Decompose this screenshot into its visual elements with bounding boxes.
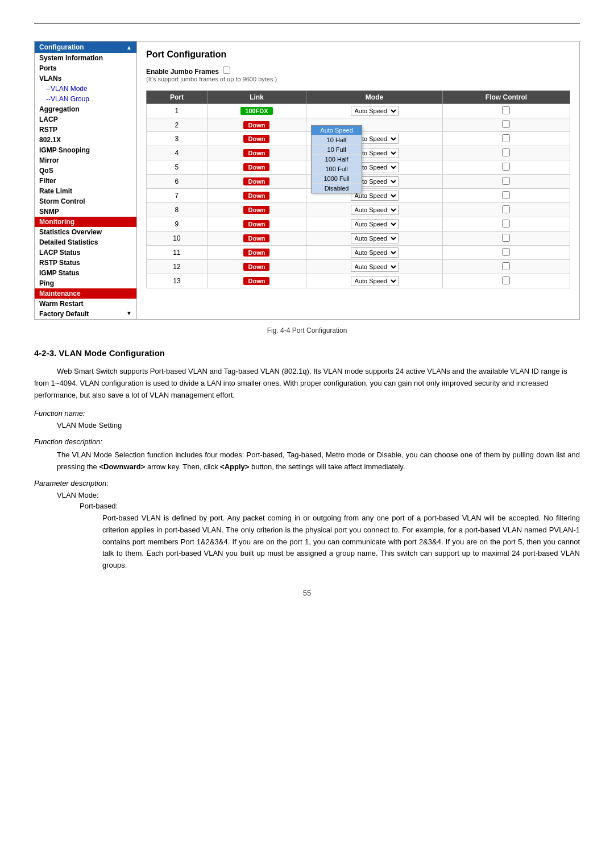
- sidebar-item-aggregation[interactable]: Aggregation: [35, 104, 136, 114]
- flow-control-cell[interactable]: [442, 118, 570, 132]
- flow-control-cell[interactable]: [442, 175, 570, 189]
- sidebar-item-ports[interactable]: Ports: [35, 63, 136, 73]
- flow-control-cell[interactable]: [442, 104, 570, 118]
- mode-select[interactable]: Auto Speed10 Half10 Full100 Half100 Full…: [351, 276, 399, 286]
- dropdown-option[interactable]: 10 Full: [312, 145, 362, 155]
- dropdown-option[interactable]: 1000 Full: [312, 174, 362, 184]
- sidebar-item-lacp[interactable]: LACP: [35, 114, 136, 125]
- sidebar-item-statistics-overview[interactable]: Statistics Overview: [35, 227, 136, 237]
- flow-control-cell[interactable]: [442, 217, 570, 232]
- flow-control-checkbox[interactable]: [502, 163, 510, 171]
- flow-control-checkbox[interactable]: [502, 248, 510, 256]
- sidebar-section-maintenance: Maintenance: [35, 288, 136, 299]
- sidebar-item-vlans[interactable]: VLANs: [35, 73, 136, 84]
- col-header-port: Port: [147, 91, 208, 104]
- link-status-cell: Down: [207, 146, 306, 160]
- flow-control-cell[interactable]: [442, 260, 570, 274]
- col-header-mode: Mode: [306, 91, 443, 104]
- table-row: 9DownAuto Speed10 Half10 Full100 Half100…: [147, 217, 570, 232]
- ui-screenshot-box: Configuration ▲ System Information Ports…: [34, 41, 580, 320]
- flow-control-checkbox[interactable]: [502, 134, 510, 142]
- page-wrapper: Configuration ▲ System Information Ports…: [34, 23, 580, 597]
- flow-control-cell[interactable]: [442, 160, 570, 175]
- sidebar-item-ping[interactable]: Ping: [35, 278, 136, 288]
- port-number-cell: 3: [147, 132, 208, 146]
- flow-control-cell[interactable]: [442, 203, 570, 217]
- port-number-cell: 7: [147, 189, 208, 203]
- mode-cell[interactable]: Auto Speed10 Half10 Full100 Half100 Full…: [306, 118, 443, 132]
- flow-control-cell[interactable]: [442, 274, 570, 288]
- flow-control-cell[interactable]: [442, 232, 570, 246]
- sidebar-item-rstp-status[interactable]: RSTP Status: [35, 258, 136, 268]
- table-row: 10DownAuto Speed10 Half10 Full100 Half10…: [147, 232, 570, 246]
- port-number-cell: 9: [147, 217, 208, 232]
- jumbo-frames-checkbox[interactable]: [223, 67, 230, 74]
- sidebar-item-detailed-statistics[interactable]: Detailed Statistics: [35, 237, 136, 247]
- flow-control-checkbox[interactable]: [502, 148, 510, 156]
- flow-control-cell[interactable]: [442, 132, 570, 146]
- mode-cell[interactable]: Auto Speed10 Half10 Full100 Half100 Full…: [306, 274, 443, 288]
- link-status-cell: Down: [207, 160, 306, 175]
- jumbo-frames-label[interactable]: Enable Jumbo Frames: [146, 68, 230, 76]
- sidebar-item-igmp-snooping[interactable]: IGMP Snooping: [35, 145, 136, 155]
- sidebar-item-storm-control[interactable]: Storm Control: [35, 196, 136, 206]
- flow-control-checkbox[interactable]: [502, 177, 510, 185]
- mode-cell[interactable]: Auto Speed10 Half10 Full100 Half100 Full…: [306, 232, 443, 246]
- sidebar-item-vlan-group[interactable]: --VLAN Group: [35, 94, 136, 104]
- sidebar-configuration-header[interactable]: Configuration ▲: [35, 42, 136, 53]
- flow-control-checkbox[interactable]: [502, 191, 510, 199]
- flow-control-checkbox[interactable]: [502, 106, 510, 114]
- dropdown-option[interactable]: Auto Speed: [312, 126, 362, 135]
- sidebar-item-8021x[interactable]: 802.1X: [35, 135, 136, 145]
- link-status-cell: Down: [207, 232, 306, 246]
- flow-control-checkbox[interactable]: [502, 120, 510, 128]
- mode-select[interactable]: Auto Speed10 Half10 Full100 Half100 Full…: [351, 205, 399, 215]
- flow-control-cell[interactable]: [442, 246, 570, 260]
- flow-control-cell[interactable]: [442, 146, 570, 160]
- sidebar-item-rate-limit[interactable]: Rate Limit: [35, 186, 136, 196]
- function-description-text: The VLAN Mode Selection function include…: [57, 449, 580, 473]
- mode-cell[interactable]: Auto Speed10 Half10 Full100 Half100 Full…: [306, 104, 443, 118]
- parameter-description-label: Parameter description:: [34, 479, 580, 487]
- dropdown-option[interactable]: Disabled: [312, 184, 362, 193]
- link-status-cell: Down: [207, 132, 306, 146]
- dropdown-option[interactable]: 10 Half: [312, 135, 362, 145]
- link-status-cell: 100FDX: [207, 104, 306, 118]
- dropdown-option[interactable]: 100 Full: [312, 164, 362, 174]
- sidebar-item-factory-default[interactable]: Factory Default ▼: [35, 309, 136, 319]
- link-badge: Down: [243, 121, 269, 129]
- sidebar-item-vlan-mode[interactable]: --VLAN Mode: [35, 84, 136, 94]
- flow-control-checkbox[interactable]: [502, 234, 510, 242]
- sidebar-item-filter[interactable]: Filter: [35, 176, 136, 186]
- sidebar-item-system-information[interactable]: System Information: [35, 53, 136, 63]
- flow-control-checkbox[interactable]: [502, 205, 510, 213]
- mode-cell[interactable]: Auto Speed10 Half10 Full100 Half100 Full…: [306, 260, 443, 274]
- mode-cell[interactable]: Auto Speed10 Half10 Full100 Half100 Full…: [306, 246, 443, 260]
- mode-select[interactable]: Auto Speed10 Half10 Full100 Half100 Full…: [351, 219, 399, 229]
- link-status-cell: Down: [207, 217, 306, 232]
- table-row: 2DownAuto Speed10 Half10 Full100 Half100…: [147, 118, 570, 132]
- main-content-area: Port Configuration Enable Jumbo Frames (…: [137, 42, 579, 319]
- sidebar-item-qos[interactable]: QoS: [35, 166, 136, 176]
- sidebar-item-mirror[interactable]: Mirror: [35, 155, 136, 166]
- dropdown-option[interactable]: 100 Half: [312, 155, 362, 164]
- sidebar-item-igmp-status[interactable]: IGMP Status: [35, 268, 136, 278]
- flow-control-checkbox[interactable]: [502, 262, 510, 270]
- mode-select[interactable]: Auto Speed10 Half10 Full100 Half100 Full…: [351, 233, 399, 243]
- flow-control-cell[interactable]: [442, 189, 570, 203]
- function-name-value: VLAN Mode Setting: [57, 421, 580, 429]
- mode-cell[interactable]: Auto Speed10 Half10 Full100 Half100 Full…: [306, 203, 443, 217]
- sidebar-item-warm-restart[interactable]: Warm Restart: [35, 299, 136, 309]
- page-number: 55: [34, 589, 580, 597]
- sidebar-item-snmp[interactable]: SNMP: [35, 206, 136, 217]
- port-number-cell: 13: [147, 274, 208, 288]
- mode-select[interactable]: Auto Speed10 Half10 Full100 Half100 Full…: [351, 247, 399, 258]
- sidebar-item-lacp-status[interactable]: LACP Status: [35, 247, 136, 258]
- link-badge: Down: [243, 220, 269, 228]
- flow-control-checkbox[interactable]: [502, 220, 510, 228]
- mode-select[interactable]: Auto Speed10 Half10 Full100 Half100 Full…: [351, 106, 399, 116]
- flow-control-checkbox[interactable]: [502, 276, 510, 284]
- mode-cell[interactable]: Auto Speed10 Half10 Full100 Half100 Full…: [306, 217, 443, 232]
- mode-select[interactable]: Auto Speed10 Half10 Full100 Half100 Full…: [351, 262, 399, 272]
- sidebar-item-rstp[interactable]: RSTP: [35, 125, 136, 135]
